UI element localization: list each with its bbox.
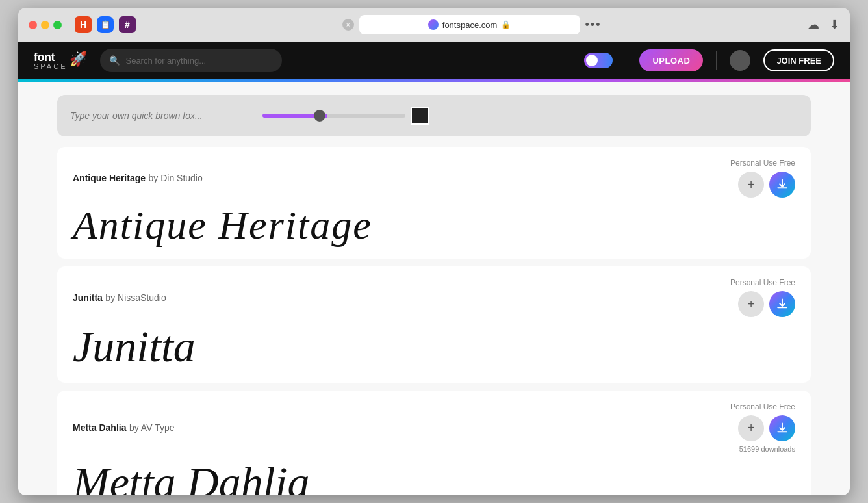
lock-icon: 🔒 bbox=[501, 20, 511, 29]
font-license-antique: Personal Use Free bbox=[730, 159, 795, 168]
address-bar-container: × fontspace.com 🔒 ••• bbox=[144, 15, 800, 34]
address-bar[interactable]: fontspace.com 🔒 bbox=[359, 15, 580, 34]
logo-space: space bbox=[34, 63, 67, 70]
minimize-button[interactable] bbox=[41, 21, 49, 29]
action-buttons-junitta: + bbox=[738, 291, 795, 317]
font-meta-antique: Antique Heritage by Din Studio Personal … bbox=[73, 159, 795, 198]
app-icons: H 📋 # bbox=[75, 16, 136, 33]
nav-divider-2 bbox=[716, 51, 717, 70]
font-name-antique: Antique Heritage bbox=[73, 173, 146, 183]
font-meta-junitta: Junitta by NissaStudio Personal Use Free… bbox=[73, 278, 795, 317]
font-preview-metta: Metta Dahlia bbox=[73, 458, 795, 495]
font-title-metta: Metta Dahlia by AV Type bbox=[73, 422, 174, 433]
font-license-metta: Personal Use Free bbox=[730, 402, 795, 411]
size-slider-container bbox=[262, 107, 798, 125]
add-to-collection-metta[interactable]: + bbox=[738, 415, 764, 441]
logo-rocket-icon: 🚀 bbox=[70, 51, 87, 68]
font-name-metta: Metta Dahlia bbox=[73, 422, 126, 433]
navbar: font space 🚀 🔍 Search for anything... UP… bbox=[18, 42, 850, 79]
download-icon[interactable]: ⬇ bbox=[830, 18, 839, 32]
action-buttons-metta: + bbox=[738, 415, 795, 441]
font-meta-metta: Metta Dahlia by AV Type Personal Use Fre… bbox=[73, 402, 795, 453]
font-display-junitta: Junitta bbox=[73, 322, 795, 371]
download-font-metta[interactable] bbox=[769, 415, 795, 441]
preview-text-input[interactable] bbox=[70, 110, 252, 121]
search-bar[interactable]: 🔍 Search for anything... bbox=[100, 49, 282, 72]
app-icon-h: H bbox=[75, 16, 92, 33]
font-preview-junitta: Junitta bbox=[73, 322, 795, 371]
action-buttons-antique: + bbox=[738, 172, 795, 198]
logo[interactable]: font space 🚀 bbox=[34, 51, 87, 70]
font-license-junitta: Personal Use Free bbox=[730, 278, 795, 287]
font-size-slider[interactable] bbox=[262, 114, 405, 118]
search-placeholder: Search for anything... bbox=[125, 56, 206, 66]
browser-window: H 📋 # × fontspace.com 🔒 ••• ☁ ⬇ font spa… bbox=[18, 8, 850, 495]
more-options-btn[interactable]: ••• bbox=[585, 18, 602, 32]
font-studio-antique: Din Studio bbox=[160, 173, 203, 183]
tab-close-btn[interactable]: × bbox=[342, 19, 354, 31]
font-actions-antique: Personal Use Free + bbox=[730, 159, 795, 198]
font-preview-antique: Antique Heritage bbox=[73, 203, 795, 247]
font-author-antique: by bbox=[148, 173, 160, 183]
font-card-junitta: Junitta by NissaStudio Personal Use Free… bbox=[57, 266, 811, 383]
font-display-metta: Metta Dahlia bbox=[73, 458, 795, 495]
nav-divider bbox=[626, 51, 626, 70]
browser-right-icons: ☁ ⬇ bbox=[808, 18, 839, 32]
font-name-junitta: Junitta bbox=[73, 292, 103, 303]
app-icon-t: 📋 bbox=[97, 16, 114, 33]
font-title-junitta: Junitta by NissaStudio bbox=[73, 292, 166, 303]
logo-font: font bbox=[34, 51, 67, 63]
downloads-count-metta: 51699 downloads bbox=[739, 445, 795, 453]
font-author-junitta: by bbox=[105, 292, 118, 303]
main-content: Antique Heritage by Din Studio Personal … bbox=[18, 82, 850, 495]
download-font-antique[interactable] bbox=[769, 172, 795, 198]
cloud-icon[interactable]: ☁ bbox=[808, 18, 819, 32]
add-to-collection-antique[interactable]: + bbox=[738, 172, 764, 198]
download-font-junitta[interactable] bbox=[769, 291, 795, 317]
toggle-track bbox=[584, 53, 613, 68]
title-bar: H 📋 # × fontspace.com 🔒 ••• ☁ ⬇ bbox=[18, 8, 850, 42]
font-author-metta: by bbox=[129, 422, 141, 433]
font-card-metta-dahlia: Metta Dahlia by AV Type Personal Use Fre… bbox=[57, 391, 811, 495]
font-studio-junitta: NissaStudio bbox=[118, 292, 166, 303]
font-display-antique: Antique Heritage bbox=[73, 203, 795, 247]
url-text: fontspace.com bbox=[442, 20, 498, 30]
app-icon-slack: # bbox=[119, 16, 136, 33]
join-free-button[interactable]: JOIN FREE bbox=[763, 49, 834, 71]
traffic-lights bbox=[29, 21, 62, 29]
font-card-antique-heritage: Antique Heritage by Din Studio Personal … bbox=[57, 147, 811, 259]
color-swatch[interactable] bbox=[411, 107, 429, 125]
close-button[interactable] bbox=[29, 21, 37, 29]
dark-mode-toggle[interactable] bbox=[584, 53, 613, 68]
preview-toolbar bbox=[57, 95, 811, 136]
maximize-button[interactable] bbox=[53, 21, 62, 29]
upload-button[interactable]: UPLOAD bbox=[639, 49, 703, 71]
font-actions-junitta: Personal Use Free + bbox=[730, 278, 795, 317]
user-avatar[interactable] bbox=[730, 50, 750, 71]
add-to-collection-junitta[interactable]: + bbox=[738, 291, 764, 317]
font-title-antique: Antique Heritage by Din Studio bbox=[73, 172, 203, 184]
font-actions-metta: Personal Use Free + 51699 downloads bbox=[730, 402, 795, 453]
font-studio-metta: AV Type bbox=[141, 422, 175, 433]
toggle-thumb bbox=[586, 55, 598, 66]
site-favicon bbox=[428, 19, 439, 30]
search-icon: 🔍 bbox=[109, 55, 120, 66]
